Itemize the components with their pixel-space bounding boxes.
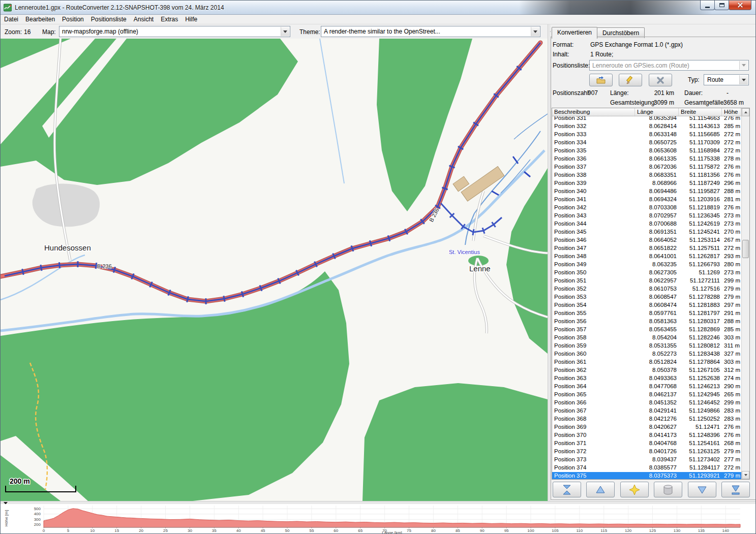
delete-position-button[interactable] [654,482,682,497]
positionsliste-arrow[interactable] [739,61,748,70]
routeconverter-window: Lenneroute1.gpx - RouteConverter 2.12-SN… [0,0,756,534]
table-row[interactable]: Position 3578.056345551.1282869285 m [552,326,741,334]
delete-positionlist-button[interactable] [649,74,672,86]
table-row[interactable]: Position 3478.065182251.1257511272 m [552,244,741,253]
menu-item-bearbeiten[interactable]: Bearbeiten [22,15,58,24]
table-row[interactable]: Position 3738.03943751.1273402277 m [552,456,741,464]
table-row[interactable]: Position 3608.05227351.1283438327 m [552,350,741,358]
move-down-button[interactable] [688,482,716,497]
table-row[interactable]: Position 3378.067203651.1175872276 m [552,163,741,171]
table-row[interactable]: Position 3368.066133551.1175338278 m [552,155,741,163]
rename-positionlist-button[interactable] [619,74,642,86]
table-row[interactable]: Position 3708.041417351.1248396276 m [552,431,741,439]
elevation-profile[interactable]: 0510152025303540455055606570758085909510… [1,504,756,534]
typ-select[interactable]: Route [704,74,749,85]
move-up-button[interactable] [586,482,615,497]
maximize-button[interactable] [714,1,729,10]
table-row[interactable]: Position 3668.045135251.1246452299 m [552,399,741,407]
table-row[interactable]: Position 3618.051282451.1278864303 m [552,358,741,366]
tab-konvertieren[interactable]: Konvertieren [552,27,597,39]
table-row[interactable]: Position 3418.069432451.1203916281 m [552,196,741,204]
table-row[interactable]: Position 3728.040172651.1263125279 m [552,448,741,456]
positionsliste-select[interactable]: Lenneroute on GPSies.com (Route) [589,60,749,71]
theme-select[interactable]: A render-theme similar to the OpenStreet… [321,26,540,37]
table-row[interactable]: Position 3568.058136351.1280317288 m [552,318,741,326]
menu-bar: DateiBearbeitenPositionPositionslisteAns… [1,15,755,24]
menu-item-hilfe[interactable]: Hilfe [182,15,201,24]
column-header-hoehe[interactable]: Höhe [722,108,741,116]
table-row[interactable]: Position 3548.060847451.1281883297 m [552,301,741,309]
column-header-beschreibung[interactable]: Beschreibung [552,108,635,116]
table-row[interactable]: Position 3718.040476851.1254161268 m [552,439,741,448]
menu-item-extras[interactable]: Extras [157,15,182,24]
table-row[interactable]: Position 3448.070068851.1242619273 m [552,220,741,228]
table-row[interactable]: Position 3338.063314851.1156685272 m [552,131,741,139]
open-positionlist-button[interactable] [589,74,613,86]
x-tick-label: 20 [139,528,143,533]
table-row[interactable]: Position 3388.068335151.1181356276 m [552,171,741,179]
map-select[interactable]: nrw-mapsforge.map (offline) [59,26,290,37]
table-cell: 8.0429141 [635,407,679,415]
table-scrollbar[interactable] [741,108,749,479]
tab-durchstoebern[interactable]: Durchstöbern [597,27,645,38]
table-row[interactable]: Position 3318.063539451.1154663276 m [552,116,741,122]
table-row[interactable]: Position 3358.065360851.1168984272 m [552,147,741,155]
table-row[interactable]: Position 3698.042062751.12471276 m [552,423,741,431]
table-row[interactable]: Position 3398.06896651.1187249296 m [552,179,741,187]
table-cell: 51.1293921 [679,472,722,479]
map-view[interactable]: Hundesossen Lenne St. Vicentius B 236 B … [1,39,548,501]
table-row[interactable]: Position 3528.061075351.127516279 m [552,285,741,293]
table-row[interactable]: Position 3558.059776151.1281797291 m [552,309,741,318]
table-row[interactable]: Position 3508.062730551.1269273 m [552,269,741,277]
table-cell: 8.0633148 [635,131,679,139]
map-select-arrow[interactable] [281,27,289,36]
scroll-up-button[interactable] [742,108,749,116]
table-row[interactable]: Position 3748.038557751.1284117272 m [552,464,741,472]
table-row[interactable]: Position 3758.037537351.1293921279 m [552,472,741,479]
table-row[interactable]: Position 3348.065072551.1170309272 m [552,139,741,147]
table-row[interactable]: Position 3458.069135151.1245241270 m [552,228,741,236]
table-row[interactable]: Position 3518.062295751.1272111299 m [552,277,741,285]
map-toolbar: Zoom: 16 Map: nrw-mapsforge.map (offline… [1,24,548,39]
table-cell: 8.0608474 [635,301,679,309]
table-row[interactable]: Position 3648.047706851.1246213290 m [552,383,741,391]
table-row[interactable]: Position 3628.05037851.1267105312 m [552,366,741,374]
column-header-laenge[interactable]: Länge [635,108,679,116]
x-tick-label: 35 [212,528,217,533]
menu-item-datei[interactable]: Datei [1,15,22,24]
table-row[interactable]: Position 3678.042914151.1249866283 m [552,407,741,415]
move-to-top-button[interactable] [553,482,581,497]
table-row[interactable]: Position 3688.042127651.1250252283 m [552,415,741,423]
table-row[interactable]: Position 3638.049336351.1252638274 m [552,374,741,383]
table-row[interactable]: Position 3498.06323551.1266793280 m [552,261,741,269]
x-tick-label: 65 [358,528,362,533]
column-header-breite[interactable]: Breite [679,108,722,116]
x-tick-label: 85 [456,528,460,533]
typ-select-arrow[interactable] [739,75,748,84]
table-row[interactable]: Position 3598.053135551.1280812311 m [552,342,741,350]
scrollbar-thumb[interactable] [742,240,749,258]
close-button[interactable] [729,1,751,10]
table-row[interactable]: Position 3488.064100151.1262817293 m [552,253,741,261]
table-cell: 8.0653608 [635,147,679,155]
minimize-button[interactable] [700,1,715,10]
table-row[interactable]: Position 3538.060854751.1278288279 m [552,293,741,301]
menu-item-ansicht[interactable]: Ansicht [130,15,157,24]
table-row[interactable]: Position 3468.066405251.1253114267 m [552,236,741,244]
table-row[interactable]: Position 3408.069448651.1195827288 m [552,187,741,196]
table-row[interactable]: Position 3588.05420451.1282246303 m [552,334,741,342]
table-cell: 272 m [722,464,741,472]
table-row[interactable]: Position 3428.070330851.1218819276 m [552,204,741,212]
add-position-button[interactable] [620,482,649,497]
move-to-bottom-button[interactable] [721,482,750,497]
table-row[interactable]: Position 3438.070295751.1236345273 m [552,212,741,220]
table-row[interactable]: Position 3658.046213751.1242945265 m [552,391,741,399]
table-cell: 8.0581363 [635,318,679,326]
scroll-down-button[interactable] [742,471,749,479]
menu-item-positionsliste[interactable]: Positionsliste [87,15,130,24]
x-tick-label: 55 [309,528,314,533]
theme-select-arrow[interactable] [531,27,539,36]
table-row[interactable]: Position 3328.062841451.1143613285 m [552,122,741,131]
table-cell: Position 350 [552,269,635,277]
menu-item-position[interactable]: Position [58,15,87,24]
